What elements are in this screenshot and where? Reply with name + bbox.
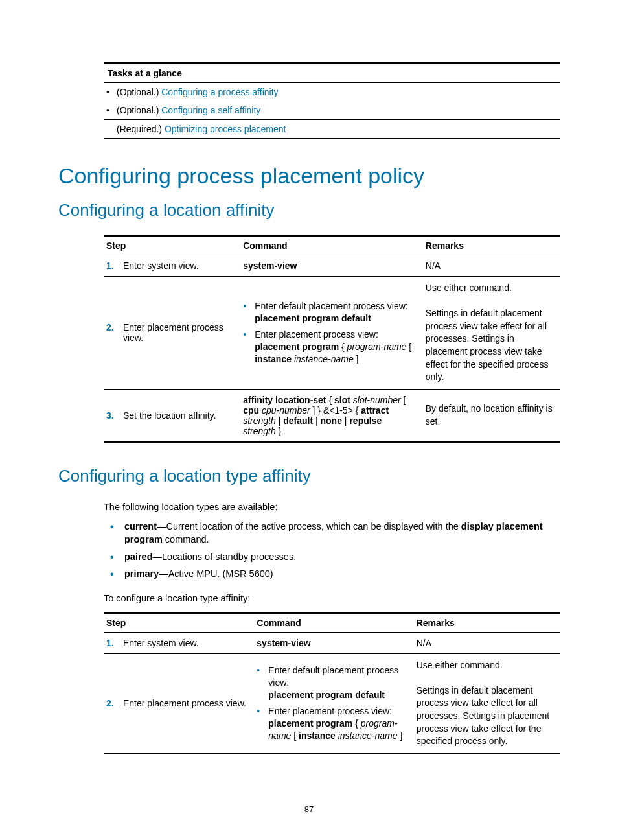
th-remarks: Remarks — [414, 612, 560, 632]
step-description: Set the location affinity. — [123, 410, 234, 421]
step-description: Enter placement process view. — [123, 322, 234, 343]
list-item: primary—Active MPU. (MSR 5600) — [110, 567, 560, 580]
task-link[interactable]: Configuring a process affinity — [161, 87, 278, 97]
remarks-cell: Use either command.Settings in default p… — [414, 653, 560, 754]
th-step: Step — [104, 236, 240, 255]
step-number: 1. — [106, 261, 123, 271]
tasks-row: (Required.) Optimizing process placement — [104, 119, 560, 138]
table-row: 2.Enter placement process view.Enter def… — [104, 277, 560, 390]
tasks-at-glance-box: Tasks at a glance (Optional.) Configurin… — [104, 62, 560, 139]
table-row: 1.Enter system view.system-viewN/A — [104, 255, 560, 277]
th-command: Command — [240, 236, 423, 255]
step-number: 2. — [106, 322, 123, 332]
list-item: paired—Locations of standby processes. — [110, 550, 560, 563]
document-page: Tasks at a glance (Optional.) Configurin… — [0, 0, 618, 840]
command-cell: Enter default placement process view:pla… — [254, 653, 413, 754]
section-heading-location-type-affinity: Configuring a location type affinity — [58, 466, 560, 486]
step-cell: 2.Enter placement process view. — [104, 653, 254, 754]
step-cell: 1.Enter system view. — [104, 255, 240, 277]
remarks-cell: By default, no location affinity is set. — [423, 389, 560, 442]
task-link[interactable]: Configuring a self affinity — [161, 105, 260, 115]
tasks-row: (Optional.) Configuring a self affinity — [104, 101, 560, 119]
step-description: Enter system view. — [123, 261, 234, 271]
page-title: Configuring process placement policy — [58, 163, 560, 189]
tasks-rows: (Optional.) Configuring a process affini… — [104, 83, 560, 138]
remarks-cell: Use either command.Settings in default p… — [423, 277, 560, 390]
tasks-header: Tasks at a glance — [104, 64, 560, 83]
step-description: Enter placement process view. — [123, 698, 247, 708]
step-cell: 1.Enter system view. — [104, 632, 254, 653]
location-type-list: current—Current location of the active p… — [110, 520, 560, 580]
step-number: 2. — [106, 698, 123, 708]
th-remarks: Remarks — [423, 236, 560, 255]
task-prefix: (Required.) — [117, 124, 165, 134]
page-number: 87 — [0, 804, 618, 814]
step-cell: 2.Enter placement process view. — [104, 277, 240, 390]
lead-paragraph: To configure a location type affinity: — [104, 592, 560, 605]
command-cell: Enter default placement process view:pla… — [240, 277, 423, 390]
intro-paragraph: The following location types are availab… — [104, 500, 560, 513]
task-prefix: (Optional.) — [117, 105, 161, 115]
list-item: current—Current location of the active p… — [110, 520, 560, 546]
th-step: Step — [104, 612, 254, 632]
command-cell: affinity location-set { slot slot-number… — [240, 389, 423, 442]
table-row: 3.Set the location affinity.affinity loc… — [104, 389, 560, 442]
remarks-cell: N/A — [423, 255, 560, 277]
section-heading-location-affinity: Configuring a location affinity — [58, 200, 560, 220]
th-command: Command — [254, 612, 413, 632]
step-cell: 3.Set the location affinity. — [104, 389, 240, 442]
step-description: Enter system view. — [123, 638, 247, 648]
command-cell: system-view — [240, 255, 423, 277]
remarks-cell: N/A — [414, 632, 560, 653]
step-number: 1. — [106, 638, 123, 648]
step-number: 3. — [106, 410, 123, 421]
command-cell: system-view — [254, 632, 413, 653]
task-prefix: (Optional.) — [117, 87, 161, 97]
task-link[interactable]: Optimizing process placement — [165, 124, 286, 134]
location-affinity-table: Step Command Remarks 1.Enter system view… — [104, 235, 560, 443]
table-row: 2.Enter placement process view.Enter def… — [104, 653, 560, 754]
location-type-affinity-table: Step Command Remarks 1.Enter system view… — [104, 612, 560, 754]
tasks-row: (Optional.) Configuring a process affini… — [104, 83, 560, 101]
table-row: 1.Enter system view.system-viewN/A — [104, 632, 560, 653]
